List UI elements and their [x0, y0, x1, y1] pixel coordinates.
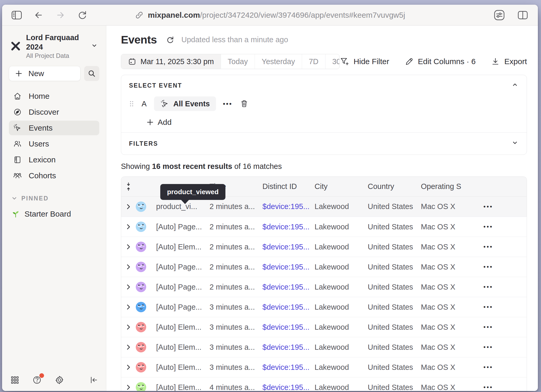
pinned-section-header[interactable]: PINNED [9, 195, 99, 202]
split-view-icon[interactable] [517, 9, 528, 21]
event-tooltip: product_viewed [160, 184, 225, 200]
distinct-id-link[interactable]: $device:195... [262, 263, 315, 271]
table-row[interactable]: [Auto] Page... 2 minutes a... $device:19… [121, 277, 527, 297]
collapse-section-icon[interactable] [511, 81, 519, 90]
distinct-id-link[interactable]: $device:195... [262, 323, 315, 332]
sidebar-toggle-icon[interactable] [11, 9, 22, 21]
refresh-icon[interactable] [166, 35, 175, 44]
table-row[interactable]: [Auto] Elem... 3 minutes a... $device:19… [121, 337, 527, 357]
row-expand-icon[interactable] [125, 344, 132, 351]
city-cell: Lakewood [315, 363, 368, 372]
row-more-button[interactable]: ••• [472, 203, 527, 210]
trash-icon[interactable] [239, 99, 249, 109]
new-button[interactable]: New [9, 66, 81, 81]
table-row[interactable]: [Auto] Elem... 2 minutes a... $device:19… [121, 237, 527, 257]
distinct-id-link[interactable]: $device:195... [262, 223, 315, 231]
date-picker-button[interactable]: Mar 11, 2025 3:30 pm [121, 54, 221, 69]
forward-icon[interactable] [55, 9, 66, 21]
table-row[interactable]: [Auto] Elem... 3 minutes a... $device:19… [121, 317, 527, 337]
preset-30d[interactable]: 30D [325, 54, 340, 69]
os-cell: Mac OS X [421, 202, 472, 211]
preset-7d[interactable]: 7D [302, 54, 325, 69]
row-more-button[interactable]: ••• [472, 243, 527, 250]
table-row[interactable]: [Auto] Elem... 4 minutes a... $device:19… [121, 377, 527, 391]
add-event-button[interactable]: Add [146, 118, 519, 127]
table-row[interactable]: [Auto] Elem... 3 minutes a... $device:19… [121, 357, 527, 377]
seedling-icon [11, 209, 20, 219]
export-button[interactable]: Export [491, 57, 527, 66]
country-column-header[interactable]: Country [368, 182, 421, 191]
sidebar-item-discover[interactable]: Discover [9, 105, 99, 119]
preset-today[interactable]: Today [221, 54, 255, 69]
time-cell: 3 minutes a... [210, 303, 262, 311]
project-switcher[interactable]: Lord Farquaad 2024 All Project Data [9, 31, 99, 66]
table-row[interactable]: [Auto] Page... 3 minutes a... $device:19… [121, 297, 527, 317]
row-more-button[interactable]: ••• [472, 344, 527, 351]
table-row[interactable]: [Auto] Page... 2 minutes a... $device:19… [121, 217, 527, 237]
edit-columns-button[interactable]: Edit Columns · 6 [404, 57, 476, 66]
settings-gear-icon[interactable] [54, 375, 65, 385]
distinct-id-column-header[interactable]: Distinct ID [262, 182, 315, 191]
row-more-button[interactable]: ••• [472, 384, 527, 391]
hide-filter-button[interactable]: Hide Filter [340, 57, 389, 66]
os-column-header[interactable]: Operating S [421, 182, 472, 191]
sidebar-item-home[interactable]: Home [9, 89, 99, 103]
city-cell: Lakewood [315, 223, 368, 231]
row-expand-icon[interactable] [125, 324, 132, 330]
row-more-button[interactable]: ••• [472, 364, 527, 371]
row-more-button[interactable]: ••• [472, 263, 527, 271]
sidebar-item-events[interactable]: Events [9, 121, 99, 135]
sidebar-item-starter-board[interactable]: Starter Board [9, 209, 99, 219]
new-button-label: New [28, 69, 44, 78]
distinct-id-link[interactable]: $device:195... [262, 303, 315, 311]
event-name-cell: [Auto] Elem... [156, 323, 210, 332]
row-more-button[interactable]: ••• [472, 303, 527, 311]
calendar-icon [128, 57, 136, 66]
row-expand-icon[interactable] [125, 364, 132, 371]
row-expand-icon[interactable] [125, 384, 132, 391]
reload-icon[interactable] [77, 9, 88, 21]
distinct-id-link[interactable]: $device:195... [262, 383, 315, 391]
row-more-button[interactable]: ••• [472, 223, 527, 230]
events-table: product_viewed Time Distinct ID City Cou… [121, 176, 527, 391]
row-more-button[interactable]: ••• [472, 283, 527, 291]
page-settings-icon[interactable] [494, 9, 505, 21]
address-bar[interactable]: mixpanel.com/project/3472420/view/397469… [135, 5, 405, 25]
apps-grid-icon[interactable] [10, 375, 20, 385]
row-expand-icon[interactable] [125, 243, 132, 250]
sidebar-footer [10, 375, 99, 385]
row-more-button[interactable]: ••• [472, 323, 527, 331]
row-expand-icon[interactable] [125, 264, 132, 270]
event-name-cell: [Auto] Elem... [156, 243, 210, 251]
city-column-header[interactable]: City [315, 182, 368, 191]
distinct-id-link[interactable]: $device:195... [262, 363, 315, 372]
help-icon[interactable] [32, 375, 42, 385]
distinct-id-link[interactable]: $device:195... [262, 243, 315, 251]
row-expand-icon[interactable] [125, 203, 132, 210]
row-expand-icon[interactable] [125, 304, 132, 310]
table-row[interactable]: [Auto] Page... 2 minutes a... $device:19… [121, 257, 527, 277]
sidebar-item-lexicon[interactable]: Lexicon [9, 152, 99, 167]
search-button[interactable] [84, 66, 99, 81]
row-expand-icon[interactable] [125, 223, 132, 230]
preset-yesterday[interactable]: Yesterday [255, 54, 302, 69]
url-host: mixpanel.com [148, 11, 200, 19]
time-cell: 2 minutes a... [210, 243, 262, 251]
add-label: Add [158, 118, 171, 127]
expand-section-icon[interactable] [511, 139, 519, 148]
row-expand-icon[interactable] [125, 284, 132, 290]
sidebar-item-users[interactable]: Users [9, 137, 99, 151]
distinct-id-link[interactable]: $device:195... [262, 283, 315, 291]
event-selector-chip[interactable]: All Events [154, 96, 216, 111]
back-icon[interactable] [33, 9, 44, 21]
collapse-rows-icon[interactable] [121, 182, 136, 191]
sidebar-item-cohorts[interactable]: Cohorts [9, 168, 99, 183]
collapse-sidebar-icon[interactable] [89, 375, 99, 385]
country-cell: United States [368, 263, 421, 271]
distinct-id-link[interactable]: $device:195... [262, 343, 315, 352]
drag-handle-icon[interactable] [129, 99, 134, 108]
event-more-button[interactable]: ••• [223, 100, 232, 107]
distinct-id-link[interactable]: $device:195... [262, 202, 315, 211]
event-avatar-icon [136, 262, 146, 272]
filters-header: FILTERS [129, 140, 158, 147]
